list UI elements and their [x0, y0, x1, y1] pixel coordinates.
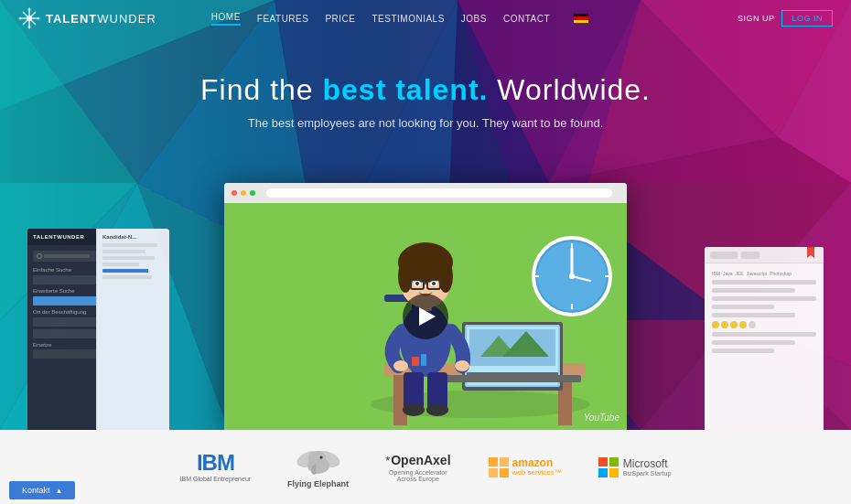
elephant-icon: [296, 445, 341, 477]
signup-button[interactable]: SIGN UP: [738, 14, 775, 23]
doc-line: [712, 288, 795, 293]
svg-point-75: [455, 360, 469, 371]
browser-bar: [224, 183, 627, 203]
openaxel-logo: * OpenAxel Opening AcceleratorAcross Eur…: [385, 453, 450, 482]
svg-rect-93: [609, 457, 619, 466]
microsoft-logo: Microsoft BizSpark Startup: [598, 457, 672, 477]
aws-logo: amazon web services™: [488, 456, 562, 478]
svg-point-33: [19, 17, 22, 20]
svg-point-34: [38, 17, 40, 20]
microsoft-text: Microsoft: [623, 457, 672, 470]
ibm-text: IBM: [197, 452, 234, 474]
doc-line: [712, 280, 816, 284]
doc-line: [712, 340, 795, 345]
hero-subtitle: The best employees are not looking for y…: [0, 116, 851, 130]
ibm-logo: IBM IBM Global Entrepreneur: [180, 452, 251, 482]
partners-bar: IBM IBM Global Entrepreneur Flying Eleph…: [0, 430, 851, 504]
hero-title: Find the best talent. Worldwide.: [0, 73, 851, 107]
logo: TALENTWUNDER: [18, 7, 156, 29]
svg-line-69: [440, 283, 444, 284]
kontakt-label: Kontakt: [22, 486, 50, 495]
aws-icon: [488, 456, 510, 478]
microsoft-subtitle: BizSpark Startup: [623, 470, 672, 477]
nav-price[interactable]: PRICE: [325, 14, 355, 24]
svg-rect-92: [598, 457, 608, 466]
logo-text: TALENTWUNDER: [46, 12, 156, 26]
svg-point-86: [319, 456, 322, 459]
login-button[interactable]: LOG IN: [781, 10, 833, 27]
svg-rect-94: [598, 468, 608, 477]
openaxel-text: OpenAxel: [391, 453, 450, 467]
doc-line: [712, 296, 816, 301]
doc-line: [712, 332, 816, 337]
hero-section: TALENTWUNDER HOME FEATURES PRICE TESTIMO…: [0, 0, 851, 430]
nav-features[interactable]: FEATURES: [257, 14, 309, 24]
openaxel-subtitle: Opening AcceleratorAcross Europe: [389, 469, 447, 482]
elephant-text: Flying Elephant: [287, 479, 349, 488]
video-browser[interactable]: YouTube: [224, 183, 627, 430]
nav-contact[interactable]: CONTACT: [503, 14, 550, 24]
chevron-icon: ▲: [56, 487, 63, 495]
svg-point-73: [432, 282, 436, 285]
svg-point-72: [415, 282, 419, 285]
doc-line: [712, 313, 795, 317]
nav-links: HOME FEATURES PRICE TESTIMONIALS JOBS CO…: [211, 12, 738, 26]
svg-rect-88: [489, 457, 498, 466]
doc-line: [712, 349, 774, 353]
app-sidebar-mockup: TALENTWUNDER Einfache Suche Erweiterte S…: [27, 229, 169, 430]
nav-home[interactable]: HOME: [211, 12, 241, 26]
svg-point-74: [393, 360, 408, 371]
svg-rect-91: [500, 468, 509, 477]
svg-rect-80: [412, 357, 419, 366]
svg-rect-95: [609, 468, 619, 477]
hero-text-block: Find the best talent. Worldwide. The bes…: [0, 73, 851, 130]
document-mockup: IBM Java JEE Javascript Photoshop: [705, 247, 824, 430]
video-content: YouTube: [224, 203, 627, 430]
svg-point-79: [426, 403, 448, 416]
svg-point-32: [28, 27, 31, 29]
nav-testimonials[interactable]: TESTIMONIALS: [372, 14, 444, 24]
microsoft-icon: [598, 457, 619, 477]
language-flag[interactable]: [574, 14, 588, 23]
doc-content: IBM Java JEE Javascript Photoshop: [705, 263, 824, 364]
ibm-subtitle: IBM Global Entrepreneur: [180, 476, 251, 482]
logo-icon: [18, 7, 40, 29]
svg-rect-89: [500, 457, 509, 466]
play-button[interactable]: [403, 294, 448, 339]
svg-point-87: [308, 452, 318, 465]
flying-elephant-logo: Flying Elephant: [287, 445, 349, 488]
nav-jobs[interactable]: JOBS: [461, 14, 487, 24]
svg-rect-47: [444, 375, 581, 382]
nav-right: SIGN UP LOG IN: [738, 10, 833, 27]
kontakt-button[interactable]: Kontakt ▲: [9, 481, 75, 499]
svg-line-68: [407, 283, 411, 284]
aws-text: web services™: [512, 469, 562, 477]
hero-accent: best talent.: [323, 73, 489, 106]
navbar: TALENTWUNDER HOME FEATURES PRICE TESTIMO…: [0, 0, 851, 37]
doc-header: [705, 247, 824, 263]
play-icon: [419, 307, 436, 326]
doc-line: [712, 305, 774, 309]
svg-point-31: [28, 8, 31, 11]
svg-rect-81: [421, 354, 426, 366]
svg-rect-90: [489, 468, 498, 477]
youtube-watermark: YouTube: [584, 413, 619, 423]
svg-point-78: [403, 403, 425, 416]
